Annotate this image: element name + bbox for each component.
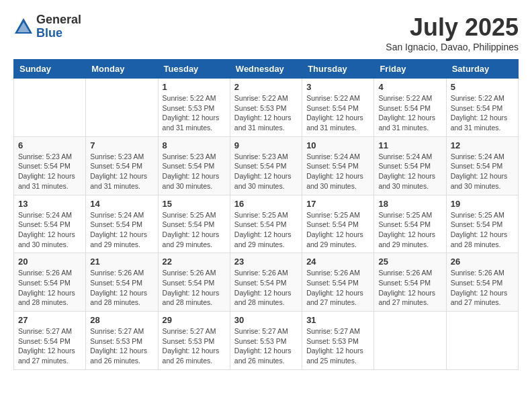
- logo-general: General: [36, 13, 81, 27]
- day-number: 28: [90, 315, 153, 325]
- day-info: Sunrise: 5:27 AM Sunset: 5:54 PM Dayligh…: [18, 326, 81, 366]
- day-info: Sunrise: 5:26 AM Sunset: 5:54 PM Dayligh…: [18, 268, 81, 308]
- day-info: Sunrise: 5:26 AM Sunset: 5:54 PM Dayligh…: [306, 268, 369, 308]
- day-number: 7: [90, 140, 153, 150]
- calendar-cell: 13Sunrise: 5:24 AM Sunset: 5:54 PM Dayli…: [14, 195, 86, 253]
- day-number: 1: [163, 82, 226, 92]
- day-number: 31: [306, 315, 369, 325]
- calendar-cell: 7Sunrise: 5:23 AM Sunset: 5:54 PM Daylig…: [86, 136, 158, 195]
- day-number: 13: [18, 199, 81, 209]
- calendar-cell: [374, 312, 446, 370]
- calendar-cell: 1Sunrise: 5:22 AM Sunset: 5:53 PM Daylig…: [158, 79, 230, 137]
- day-info: Sunrise: 5:26 AM Sunset: 5:54 PM Dayligh…: [378, 268, 441, 308]
- calendar-cell: 18Sunrise: 5:25 AM Sunset: 5:54 PM Dayli…: [374, 195, 446, 253]
- calendar-cell: 20Sunrise: 5:26 AM Sunset: 5:54 PM Dayli…: [14, 253, 86, 312]
- calendar-cell: 8Sunrise: 5:23 AM Sunset: 5:54 PM Daylig…: [158, 136, 230, 195]
- calendar-cell: 11Sunrise: 5:24 AM Sunset: 5:54 PM Dayli…: [374, 136, 446, 195]
- calendar: SundayMondayTuesdayWednesdayThursdayFrid…: [13, 59, 519, 370]
- calendar-week-row: 1Sunrise: 5:22 AM Sunset: 5:53 PM Daylig…: [14, 79, 519, 137]
- calendar-cell: 12Sunrise: 5:24 AM Sunset: 5:54 PM Dayli…: [446, 136, 518, 195]
- day-number: 10: [306, 140, 369, 150]
- calendar-cell: 25Sunrise: 5:26 AM Sunset: 5:54 PM Dayli…: [374, 253, 446, 312]
- day-info: Sunrise: 5:23 AM Sunset: 5:54 PM Dayligh…: [90, 152, 153, 191]
- day-info: Sunrise: 5:22 AM Sunset: 5:54 PM Dayligh…: [378, 93, 441, 133]
- day-info: Sunrise: 5:25 AM Sunset: 5:54 PM Dayligh…: [306, 210, 369, 250]
- day-number: 25: [378, 257, 441, 267]
- calendar-cell: 30Sunrise: 5:27 AM Sunset: 5:53 PM Dayli…: [230, 312, 302, 370]
- weekday-header: Thursday: [302, 60, 374, 79]
- day-info: Sunrise: 5:24 AM Sunset: 5:54 PM Dayligh…: [451, 152, 514, 191]
- day-number: 23: [234, 257, 298, 267]
- weekday-header: Sunday: [14, 60, 86, 79]
- day-number: 19: [451, 199, 514, 209]
- calendar-cell: 6Sunrise: 5:23 AM Sunset: 5:54 PM Daylig…: [14, 136, 86, 195]
- day-info: Sunrise: 5:24 AM Sunset: 5:54 PM Dayligh…: [90, 210, 153, 250]
- day-info: Sunrise: 5:24 AM Sunset: 5:54 PM Dayligh…: [306, 152, 369, 191]
- calendar-cell: 3Sunrise: 5:22 AM Sunset: 5:54 PM Daylig…: [302, 79, 374, 137]
- day-number: 29: [163, 315, 226, 325]
- day-info: Sunrise: 5:22 AM Sunset: 5:54 PM Dayligh…: [306, 93, 369, 133]
- calendar-cell: 21Sunrise: 5:26 AM Sunset: 5:54 PM Dayli…: [86, 253, 158, 312]
- day-info: Sunrise: 5:26 AM Sunset: 5:54 PM Dayligh…: [163, 268, 226, 308]
- day-info: Sunrise: 5:25 AM Sunset: 5:54 PM Dayligh…: [234, 210, 298, 250]
- day-info: Sunrise: 5:26 AM Sunset: 5:54 PM Dayligh…: [234, 268, 298, 308]
- calendar-cell: 22Sunrise: 5:26 AM Sunset: 5:54 PM Dayli…: [158, 253, 230, 312]
- logo: General Blue: [13, 13, 81, 40]
- weekday-header: Wednesday: [230, 60, 302, 79]
- day-info: Sunrise: 5:26 AM Sunset: 5:54 PM Dayligh…: [90, 268, 153, 308]
- day-number: 20: [18, 257, 81, 267]
- calendar-week-row: 20Sunrise: 5:26 AM Sunset: 5:54 PM Dayli…: [14, 253, 519, 312]
- weekday-header: Monday: [86, 60, 158, 79]
- calendar-cell: 9Sunrise: 5:23 AM Sunset: 5:54 PM Daylig…: [230, 136, 302, 195]
- calendar-week-row: 6Sunrise: 5:23 AM Sunset: 5:54 PM Daylig…: [14, 136, 519, 195]
- day-info: Sunrise: 5:27 AM Sunset: 5:53 PM Dayligh…: [163, 326, 226, 366]
- day-number: 24: [306, 257, 369, 267]
- day-number: 27: [18, 315, 81, 325]
- day-number: 16: [234, 199, 298, 209]
- day-info: Sunrise: 5:25 AM Sunset: 5:54 PM Dayligh…: [163, 210, 226, 250]
- day-number: 2: [234, 82, 298, 92]
- weekday-header: Tuesday: [158, 60, 230, 79]
- day-number: 9: [234, 140, 298, 150]
- day-number: 17: [306, 199, 369, 209]
- day-info: Sunrise: 5:27 AM Sunset: 5:53 PM Dayligh…: [234, 326, 298, 366]
- day-number: 14: [90, 199, 153, 209]
- day-number: 5: [451, 82, 514, 92]
- day-number: 6: [18, 140, 81, 150]
- day-info: Sunrise: 5:22 AM Sunset: 5:53 PM Dayligh…: [163, 93, 226, 133]
- day-info: Sunrise: 5:23 AM Sunset: 5:54 PM Dayligh…: [234, 152, 298, 191]
- day-number: 30: [234, 315, 298, 325]
- day-info: Sunrise: 5:22 AM Sunset: 5:54 PM Dayligh…: [451, 93, 514, 133]
- calendar-cell: 23Sunrise: 5:26 AM Sunset: 5:54 PM Dayli…: [230, 253, 302, 312]
- calendar-cell: 15Sunrise: 5:25 AM Sunset: 5:54 PM Dayli…: [158, 195, 230, 253]
- day-info: Sunrise: 5:23 AM Sunset: 5:54 PM Dayligh…: [163, 152, 226, 191]
- day-number: 4: [378, 82, 441, 92]
- day-number: 8: [163, 140, 226, 150]
- calendar-cell: 10Sunrise: 5:24 AM Sunset: 5:54 PM Dayli…: [302, 136, 374, 195]
- month-title: July 2025: [386, 13, 519, 42]
- calendar-cell: 19Sunrise: 5:25 AM Sunset: 5:54 PM Dayli…: [446, 195, 518, 253]
- calendar-week-row: 27Sunrise: 5:27 AM Sunset: 5:54 PM Dayli…: [14, 312, 519, 370]
- calendar-cell: [14, 79, 86, 137]
- calendar-cell: 27Sunrise: 5:27 AM Sunset: 5:54 PM Dayli…: [14, 312, 86, 370]
- weekday-header: Friday: [374, 60, 446, 79]
- day-number: 3: [306, 82, 369, 92]
- day-number: 15: [163, 199, 226, 209]
- calendar-cell: 4Sunrise: 5:22 AM Sunset: 5:54 PM Daylig…: [374, 79, 446, 137]
- day-info: Sunrise: 5:25 AM Sunset: 5:54 PM Dayligh…: [451, 210, 514, 250]
- day-number: 12: [451, 140, 514, 150]
- logo-blue: Blue: [36, 27, 81, 40]
- day-info: Sunrise: 5:26 AM Sunset: 5:54 PM Dayligh…: [451, 268, 514, 308]
- day-info: Sunrise: 5:23 AM Sunset: 5:54 PM Dayligh…: [18, 152, 81, 191]
- calendar-cell: 16Sunrise: 5:25 AM Sunset: 5:54 PM Dayli…: [230, 195, 302, 253]
- day-info: Sunrise: 5:27 AM Sunset: 5:53 PM Dayligh…: [306, 326, 369, 366]
- day-number: 26: [451, 257, 514, 267]
- logo-icon: [13, 17, 34, 37]
- calendar-cell: 28Sunrise: 5:27 AM Sunset: 5:53 PM Dayli…: [86, 312, 158, 370]
- calendar-cell: 2Sunrise: 5:22 AM Sunset: 5:53 PM Daylig…: [230, 79, 302, 137]
- day-info: Sunrise: 5:24 AM Sunset: 5:54 PM Dayligh…: [378, 152, 441, 191]
- calendar-cell: [446, 312, 518, 370]
- day-number: 22: [163, 257, 226, 267]
- day-number: 18: [378, 199, 441, 209]
- day-info: Sunrise: 5:25 AM Sunset: 5:54 PM Dayligh…: [378, 210, 441, 250]
